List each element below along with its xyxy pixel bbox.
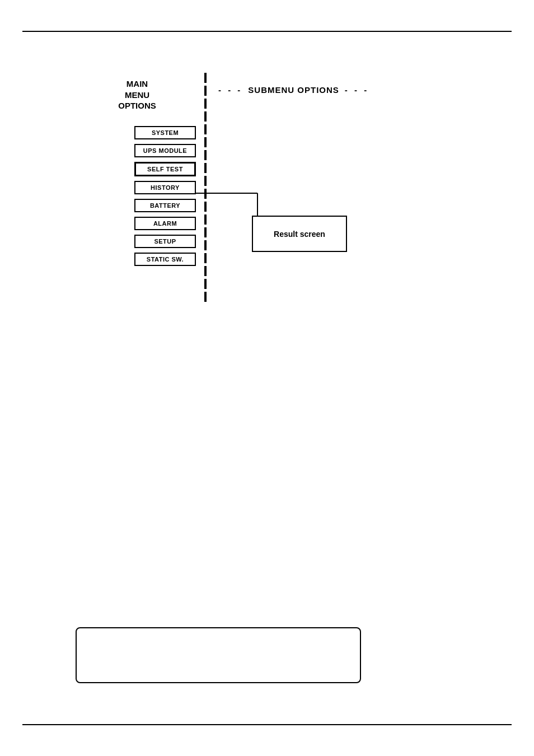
menu-btn-history[interactable]: HISTORY — [134, 181, 196, 194]
top-border — [22, 31, 512, 32]
menu-btn-battery[interactable]: BATTERY — [134, 199, 196, 212]
result-screen-label: Result screen — [274, 230, 325, 239]
bottom-border — [22, 724, 512, 725]
menu-btn-ups-module[interactable]: UPS MODULE — [134, 144, 196, 157]
dashes-right: - - - — [345, 85, 369, 95]
dashes-left: - - - — [218, 85, 242, 95]
menu-buttons: SYSTEM UPS MODULE SELF TEST HISTORY BATT… — [134, 126, 196, 266]
menu-btn-setup[interactable]: SETUP — [134, 235, 196, 248]
diagram-container: MAIN MENU OPTIONS - - - SUBMENU OPTIONS … — [106, 73, 425, 342]
menu-btn-static-sw[interactable]: STATIC SW. — [134, 253, 196, 266]
result-screen-box: Result screen — [252, 216, 347, 252]
submenu-label: - - - SUBMENU OPTIONS - - - — [218, 85, 369, 95]
bottom-box — [76, 627, 361, 683]
menu-btn-self-test[interactable]: SELF TEST — [134, 162, 196, 176]
menu-btn-alarm[interactable]: ALARM — [134, 217, 196, 230]
main-menu-label: MAIN MENU OPTIONS — [112, 78, 162, 111]
menu-btn-system[interactable]: SYSTEM — [134, 126, 196, 139]
submenu-title: SUBMENU OPTIONS — [248, 85, 339, 95]
